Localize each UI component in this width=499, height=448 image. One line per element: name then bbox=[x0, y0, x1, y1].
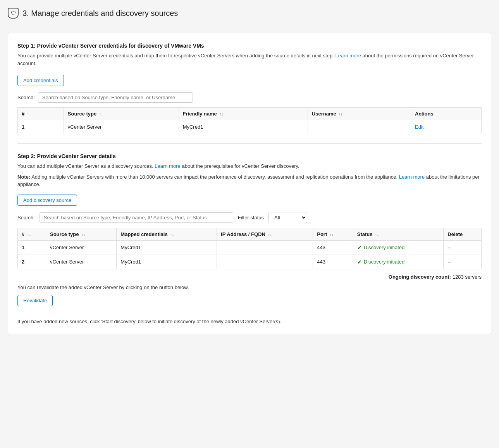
ds-port: 443 bbox=[313, 255, 353, 269]
status-text: Discovery initiated bbox=[364, 245, 405, 250]
ds-sort-ip: ↑↓ bbox=[268, 233, 272, 237]
credentials-table-body: 1 vCenter Server MyCred1 Edit bbox=[18, 120, 482, 134]
ds-col-ip: IP Address / FQDN ↑↓ bbox=[217, 228, 313, 240]
ds-sort-source: ↑↓ bbox=[81, 233, 85, 237]
step1-search-row: Search: bbox=[17, 92, 482, 103]
ds-col-source-type: Source type ↑↓ bbox=[46, 228, 117, 240]
ds-delete: -- bbox=[444, 240, 482, 255]
add-discovery-source-button[interactable]: Add discovery source bbox=[17, 195, 77, 206]
cred-source-type: vCenter Server bbox=[64, 120, 179, 134]
status-text: Discovery initiated bbox=[364, 259, 405, 265]
ds-mapped-creds: MyCred1 bbox=[117, 240, 217, 255]
ds-source-type: vCenter Server bbox=[46, 255, 117, 269]
step2-search-label: Search: bbox=[17, 215, 35, 221]
ds-num: 2 bbox=[18, 255, 46, 269]
ds-sort-port: ↑↓ bbox=[330, 233, 334, 237]
cred-username bbox=[308, 120, 411, 134]
sort-icon-source: ↑↓ bbox=[99, 112, 103, 116]
note-label: Note: bbox=[17, 174, 30, 180]
filter-status-select[interactable]: All Initiated Error Stopped bbox=[268, 212, 307, 223]
step2-learn-more[interactable]: Learn more bbox=[155, 163, 180, 169]
step1-title: Step 1: Provide vCenter Server credentia… bbox=[17, 43, 482, 49]
sort-icon-friendly: ↑↓ bbox=[219, 112, 223, 116]
ds-delete: -- bbox=[444, 255, 482, 269]
cred-num: 1 bbox=[18, 120, 64, 134]
ds-sort-creds: ↑↓ bbox=[170, 233, 174, 237]
discovery-table-head: # ↑↓ Source type ↑↓ Mapped credentials ↑… bbox=[18, 228, 482, 240]
page-header: 🛡 3. Manage credentials and discovery so… bbox=[8, 8, 491, 25]
step1-desc-text: You can provide multiple vCenter Server … bbox=[17, 53, 334, 59]
filter-status-label: Filter status bbox=[238, 215, 264, 221]
ds-status: ✔ Discovery initiated bbox=[353, 255, 444, 269]
page-title: 3. Manage credentials and discovery sour… bbox=[22, 9, 178, 18]
ds-col-port: Port ↑↓ bbox=[313, 228, 353, 240]
discovery-table-body: 1 vCenter Server MyCred1 443 ✔ Discovery… bbox=[18, 240, 482, 269]
edit-link[interactable]: Edit bbox=[415, 124, 423, 130]
table-row: 1 vCenter Server MyCred1 Edit bbox=[18, 120, 482, 134]
step1-learn-more[interactable]: Learn more bbox=[335, 53, 361, 59]
cred-action: Edit bbox=[411, 120, 482, 134]
main-card: Step 1: Provide vCenter Server credentia… bbox=[8, 33, 491, 334]
table-row: 1 vCenter Server MyCred1 443 ✔ Discovery… bbox=[18, 240, 482, 255]
note-learn-more[interactable]: Learn more bbox=[399, 174, 425, 180]
step2-desc: You can add multiple vCenter Server as a… bbox=[17, 162, 482, 170]
check-icon: ✔ bbox=[357, 259, 362, 265]
ds-sort-num: ↑↓ bbox=[27, 233, 31, 237]
ds-ip bbox=[217, 255, 313, 269]
step2-desc-text: You can add multiple vCenter Server as a… bbox=[17, 163, 153, 169]
bottom-note: If you have added new sources, click 'St… bbox=[17, 319, 482, 324]
table-row: 2 vCenter Server MyCred1 443 ✔ Discovery… bbox=[18, 255, 482, 269]
ds-col-status: Status ↑↓ bbox=[353, 228, 444, 240]
step2-filter-row: Search: Filter status All Initiated Erro… bbox=[17, 212, 482, 223]
col-username: Username ↑↓ bbox=[308, 108, 411, 120]
ds-col-num: # ↑↓ bbox=[18, 228, 46, 240]
note-text: Adding multiple vCenter Servers with mor… bbox=[31, 174, 397, 180]
discovery-table: # ↑↓ Source type ↑↓ Mapped credentials ↑… bbox=[17, 228, 482, 269]
add-credentials-button[interactable]: Add credentials bbox=[17, 75, 64, 86]
ds-status: ✔ Discovery initiated bbox=[353, 240, 444, 255]
sort-icon-username: ↑↓ bbox=[339, 112, 342, 116]
step2-search-input[interactable] bbox=[40, 212, 233, 223]
col-source-type: Source type ↑↓ bbox=[64, 108, 179, 120]
step1-search-label: Search: bbox=[17, 95, 35, 100]
ds-source-type: vCenter Server bbox=[46, 240, 117, 255]
shield-icon: 🛡 bbox=[8, 8, 19, 19]
credentials-table-head: # ↑↓ Source type ↑↓ Friendly name ↑↓ U bbox=[18, 108, 482, 120]
step2-desc2: about the prerequisites for vCenter Serv… bbox=[182, 163, 299, 169]
ds-sort-status: ↑↓ bbox=[375, 233, 379, 237]
step2-section: Step 2: Provide vCenter Server details Y… bbox=[17, 153, 482, 324]
credentials-table: # ↑↓ Source type ↑↓ Friendly name ↑↓ U bbox=[17, 107, 482, 134]
ongoing-label: Ongoing discovery count: bbox=[389, 274, 451, 280]
cred-friendly-name: MyCred1 bbox=[179, 120, 308, 134]
ds-mapped-creds: MyCred1 bbox=[117, 255, 217, 269]
ongoing-discovery-row: Ongoing discovery count: 1283 servers bbox=[17, 274, 482, 280]
step1-desc: You can provide multiple vCenter Server … bbox=[17, 52, 482, 67]
section-divider bbox=[17, 143, 482, 144]
col-actions: Actions bbox=[411, 108, 482, 120]
check-icon: ✔ bbox=[357, 245, 362, 251]
step1-search-input[interactable] bbox=[38, 92, 193, 103]
revalidate-button[interactable]: Revalidate bbox=[17, 295, 53, 306]
step1-section: Step 1: Provide vCenter Server credentia… bbox=[17, 43, 482, 134]
ds-col-mapped-creds: Mapped credentials ↑↓ bbox=[117, 228, 217, 240]
revalidate-desc: You can revalidate the added vCenter Ser… bbox=[17, 284, 482, 290]
ds-port: 443 bbox=[313, 240, 353, 255]
ds-col-delete: Delete bbox=[444, 228, 482, 240]
ds-ip bbox=[217, 240, 313, 255]
ds-num: 1 bbox=[18, 240, 46, 255]
sort-icon-num: ↑↓ bbox=[27, 112, 31, 116]
col-friendly-name: Friendly name ↑↓ bbox=[179, 108, 308, 120]
col-num: # ↑↓ bbox=[18, 108, 64, 120]
ongoing-value: 1283 servers bbox=[453, 274, 482, 280]
step2-note: Note: Adding multiple vCenter Servers wi… bbox=[17, 173, 482, 188]
step2-title: Step 2: Provide vCenter Server details bbox=[17, 153, 482, 159]
